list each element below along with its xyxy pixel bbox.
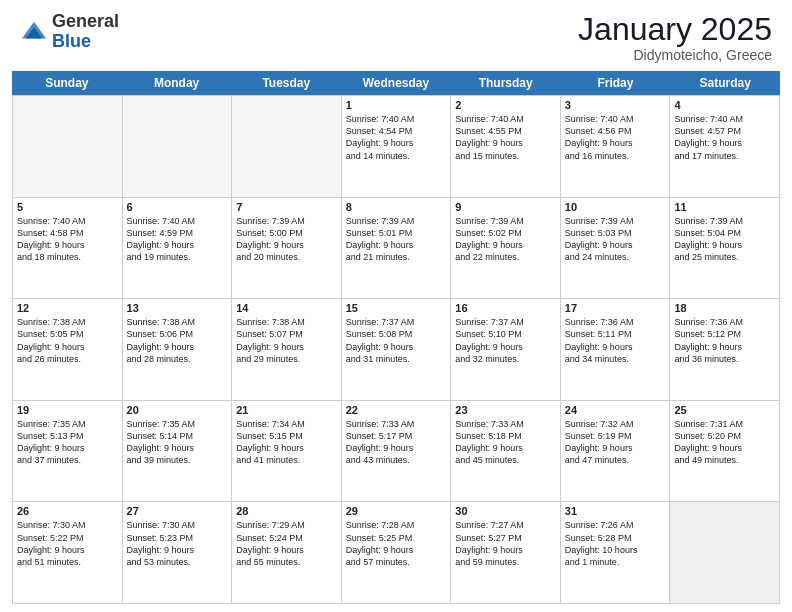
cell-info-line: Daylight: 9 hours [565,341,666,353]
day-cell-25: 25Sunrise: 7:31 AMSunset: 5:20 PMDayligh… [670,401,780,502]
cell-info-line: Sunset: 5:06 PM [127,328,228,340]
cell-info-line: Daylight: 9 hours [455,341,556,353]
cell-info-line: Sunset: 5:28 PM [565,532,666,544]
calendar-header: SundayMondayTuesdayWednesdayThursdayFrid… [12,71,780,95]
day-cell-30: 30Sunrise: 7:27 AMSunset: 5:27 PMDayligh… [451,502,561,603]
cell-info-line: and 43 minutes. [346,454,447,466]
cell-info-line: Sunrise: 7:40 AM [346,113,447,125]
cell-info-line: Daylight: 9 hours [455,544,556,556]
day-cell-26: 26Sunrise: 7:30 AMSunset: 5:22 PMDayligh… [13,502,123,603]
cell-info-line: Sunrise: 7:40 AM [455,113,556,125]
cell-info-line: Sunset: 5:11 PM [565,328,666,340]
day-number: 18 [674,302,775,314]
cell-info-line: Daylight: 9 hours [236,544,337,556]
cell-info-line: and 34 minutes. [565,353,666,365]
cell-info-line: and 16 minutes. [565,150,666,162]
cell-info-line: Daylight: 9 hours [17,544,118,556]
page: General Blue January 2025 Didymoteicho, … [0,0,792,612]
day-number: 14 [236,302,337,314]
cell-info-line: Daylight: 9 hours [346,239,447,251]
cell-info-line: Sunset: 4:54 PM [346,125,447,137]
cell-info-line: Sunrise: 7:33 AM [455,418,556,430]
cell-info-line: Sunrise: 7:39 AM [674,215,775,227]
cell-info-line: Sunrise: 7:33 AM [346,418,447,430]
cell-info-line: Sunrise: 7:30 AM [17,519,118,531]
location: Didymoteicho, Greece [578,47,772,63]
day-number: 6 [127,201,228,213]
cell-info-line: Daylight: 9 hours [17,341,118,353]
cell-info-line: and 25 minutes. [674,251,775,263]
day-cell-23: 23Sunrise: 7:33 AMSunset: 5:18 PMDayligh… [451,401,561,502]
logo-icon [20,18,48,46]
day-number: 31 [565,505,666,517]
cell-info-line: Sunset: 5:27 PM [455,532,556,544]
cell-info-line: and 21 minutes. [346,251,447,263]
day-number: 16 [455,302,556,314]
header-day-wednesday: Wednesday [341,71,451,95]
empty-cell-0-2 [232,96,342,197]
cell-info-line: Daylight: 9 hours [455,442,556,454]
cell-info-line: and 1 minute. [565,556,666,568]
cell-info-line: Sunrise: 7:35 AM [127,418,228,430]
cell-info-line: Sunset: 5:25 PM [346,532,447,544]
header-day-tuesday: Tuesday [231,71,341,95]
day-cell-17: 17Sunrise: 7:36 AMSunset: 5:11 PMDayligh… [561,299,671,400]
cell-info-line: Daylight: 9 hours [455,239,556,251]
cell-info-line: Sunset: 5:20 PM [674,430,775,442]
day-number: 24 [565,404,666,416]
day-number: 26 [17,505,118,517]
day-number: 28 [236,505,337,517]
cell-info-line: and 51 minutes. [17,556,118,568]
cell-info-line: Sunset: 5:03 PM [565,227,666,239]
cell-info-line: Sunrise: 7:35 AM [17,418,118,430]
cell-info-line: Daylight: 10 hours [565,544,666,556]
cell-info-line: Sunrise: 7:28 AM [346,519,447,531]
cell-info-line: and 59 minutes. [455,556,556,568]
day-cell-19: 19Sunrise: 7:35 AMSunset: 5:13 PMDayligh… [13,401,123,502]
cell-info-line: Sunrise: 7:40 AM [565,113,666,125]
day-number: 20 [127,404,228,416]
day-cell-9: 9Sunrise: 7:39 AMSunset: 5:02 PMDaylight… [451,198,561,299]
cell-info-line: Sunset: 5:17 PM [346,430,447,442]
day-cell-24: 24Sunrise: 7:32 AMSunset: 5:19 PMDayligh… [561,401,671,502]
day-cell-27: 27Sunrise: 7:30 AMSunset: 5:23 PMDayligh… [123,502,233,603]
day-number: 29 [346,505,447,517]
cell-info-line: Daylight: 9 hours [346,442,447,454]
calendar-body: 1Sunrise: 7:40 AMSunset: 4:54 PMDaylight… [12,95,780,604]
week-row-3: 12Sunrise: 7:38 AMSunset: 5:05 PMDayligh… [12,298,780,400]
cell-info-line: Daylight: 9 hours [346,544,447,556]
day-number: 30 [455,505,556,517]
header-day-sunday: Sunday [12,71,122,95]
cell-info-line: Sunrise: 7:40 AM [17,215,118,227]
day-cell-16: 16Sunrise: 7:37 AMSunset: 5:10 PMDayligh… [451,299,561,400]
day-cell-18: 18Sunrise: 7:36 AMSunset: 5:12 PMDayligh… [670,299,780,400]
cell-info-line: and 28 minutes. [127,353,228,365]
calendar: SundayMondayTuesdayWednesdayThursdayFrid… [12,71,780,604]
logo: General Blue [20,12,119,52]
cell-info-line: Sunrise: 7:39 AM [346,215,447,227]
cell-info-line: Sunrise: 7:30 AM [127,519,228,531]
cell-info-line: and 31 minutes. [346,353,447,365]
cell-info-line: Sunrise: 7:38 AM [236,316,337,328]
day-number: 7 [236,201,337,213]
day-number: 10 [565,201,666,213]
cell-info-line: and 39 minutes. [127,454,228,466]
day-number: 1 [346,99,447,111]
day-number: 8 [346,201,447,213]
cell-info-line: and 32 minutes. [455,353,556,365]
logo-general-text: General [52,11,119,31]
cell-info-line: Sunset: 5:19 PM [565,430,666,442]
day-cell-5: 5Sunrise: 7:40 AMSunset: 4:58 PMDaylight… [13,198,123,299]
cell-info-line: Daylight: 9 hours [236,341,337,353]
day-number: 13 [127,302,228,314]
header-day-thursday: Thursday [451,71,561,95]
day-cell-15: 15Sunrise: 7:37 AMSunset: 5:08 PMDayligh… [342,299,452,400]
cell-info-line: Daylight: 9 hours [565,442,666,454]
cell-info-line: Sunrise: 7:34 AM [236,418,337,430]
cell-info-line: Sunset: 5:14 PM [127,430,228,442]
cell-info-line: Daylight: 9 hours [127,341,228,353]
cell-info-line: Sunset: 5:15 PM [236,430,337,442]
cell-info-line: Sunrise: 7:36 AM [674,316,775,328]
day-cell-7: 7Sunrise: 7:39 AMSunset: 5:00 PMDaylight… [232,198,342,299]
cell-info-line: Sunset: 5:07 PM [236,328,337,340]
